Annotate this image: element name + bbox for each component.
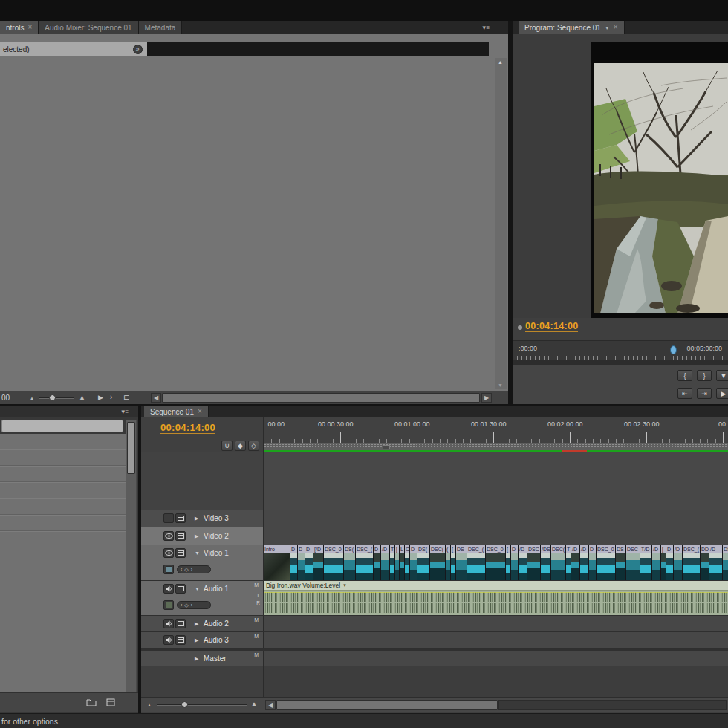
video-clip[interactable]: D (374, 545, 381, 580)
video-clip[interactable]: D (666, 545, 674, 580)
zoom-in-icon[interactable]: ▲ (79, 394, 85, 401)
scroll-up-icon[interactable]: ▲ (498, 59, 503, 65)
video-clip[interactable]: T (390, 545, 395, 580)
video-clip[interactable]: /D (571, 545, 580, 580)
video-clip[interactable]: DSC( (430, 545, 446, 580)
video-clip[interactable]: T (566, 545, 571, 580)
video-clip[interactable]: C (405, 545, 410, 580)
snap-icon[interactable]: ∪ (221, 441, 233, 451)
prev-keyframe-icon[interactable]: ‹ (181, 602, 182, 608)
video-clip[interactable]: DSC( (551, 545, 566, 580)
video-clip[interactable]: D (305, 545, 313, 580)
marker-button[interactable]: ▼ (716, 370, 728, 381)
goto-out-button[interactable]: ⇥ (697, 388, 712, 399)
zoom-slider-thumb[interactable] (49, 394, 56, 401)
twirl-icon[interactable]: ▶ (195, 621, 198, 627)
mini-timecode[interactable]: 00 (1, 394, 10, 402)
effect-controls-mini-ruler[interactable] (147, 42, 489, 56)
video-clip[interactable]: DSC (527, 545, 541, 580)
display-style-icon[interactable] (175, 513, 186, 523)
video-clip[interactable]: /DS (541, 545, 551, 580)
track-output-toggle[interactable] (163, 513, 174, 523)
unnumbered-marker-icon[interactable]: ◇ (248, 441, 259, 451)
play-icon[interactable]: ▶ (98, 394, 103, 401)
dropdown-icon[interactable]: ▼ (605, 25, 610, 30)
twirl-icon[interactable]: ▶ (195, 656, 198, 662)
video-clip[interactable]: D (298, 545, 305, 580)
zoom-slider[interactable] (157, 704, 247, 706)
program-timecode[interactable]: 00:04:14:00 (525, 321, 578, 332)
video-clip[interactable]: DS( (417, 545, 430, 580)
video-clip[interactable]: DSC_( (683, 545, 701, 580)
speaker-icon[interactable] (163, 619, 174, 628)
twirl-icon[interactable]: ▶ (195, 533, 198, 539)
waveform-style-icon[interactable] (163, 600, 174, 610)
twirl-icon[interactable]: ▶ (195, 516, 198, 521)
chapter-marker-icon[interactable]: ◆ (235, 441, 246, 451)
zoom-slider[interactable] (39, 397, 74, 399)
video-clip[interactable]: /D (709, 545, 723, 580)
new-bin-icon[interactable] (85, 697, 98, 708)
next-keyframe-icon[interactable]: › (191, 567, 192, 572)
display-style-icon[interactable] (175, 584, 186, 594)
video-clip[interactable]: DSC_( (356, 545, 374, 580)
scroll-down-icon[interactable]: ▼ (498, 383, 503, 388)
scroll-left-arrow[interactable]: ◀ (151, 393, 161, 403)
audio-clip[interactable]: Big Iron.wav Volume:Level ▾ (264, 581, 728, 615)
work-area-grip[interactable] (383, 445, 390, 449)
twirl-icon[interactable]: ▼ (195, 586, 200, 591)
playhead-marker[interactable] (670, 345, 677, 354)
vertical-scrollbar[interactable]: ▲ ▼ (495, 58, 507, 389)
display-style-icon[interactable] (175, 548, 186, 558)
panel-menu-icon[interactable]: ▼≡ (117, 407, 131, 416)
twirl-icon[interactable]: ▶ (195, 637, 198, 643)
video-clip[interactable]: D (589, 545, 597, 580)
step-icon[interactable]: › (110, 393, 112, 401)
timeline-ruler[interactable]: :00:00 00:00:30:00 00:01:00:00 00:01:30:… (264, 417, 728, 443)
video-clip[interactable]: [ (506, 545, 511, 580)
speaker-icon[interactable] (163, 635, 174, 645)
close-icon[interactable]: × (198, 408, 202, 415)
program-scroll-strip[interactable] (513, 360, 728, 365)
zoom-in-icon[interactable]: ▲ (250, 701, 258, 708)
horizontal-scrollbar-thumb[interactable] (276, 700, 498, 710)
video-clip[interactable]: /D (381, 545, 390, 580)
set-in-button[interactable]: { (677, 370, 692, 381)
video-clip[interactable]: /D (652, 545, 661, 580)
goto-in-button[interactable]: ⇤ (677, 388, 692, 399)
zoom-out-icon[interactable]: ▲ (30, 396, 34, 400)
scroll-left-arrow[interactable]: ◀ (265, 700, 276, 710)
video-clip[interactable]: ( (446, 545, 451, 580)
keyframe-nav[interactable]: ‹ ◇ › (177, 601, 211, 609)
tab-sequence[interactable]: Sequence 01 × (144, 406, 209, 417)
thumbnail-style-icon[interactable] (163, 565, 174, 574)
volume-rubber-band[interactable] (264, 592, 728, 593)
video-clip[interactable]: DSC (626, 545, 640, 580)
tab-program[interactable]: Program: Sequence 01 ▼ × (519, 21, 625, 34)
project-list[interactable] (0, 434, 126, 692)
video-clip[interactable]: DS( (344, 545, 356, 580)
video-clip[interactable]: DSC_0 (486, 545, 506, 580)
panel-menu-icon[interactable]: ▼≡ (478, 23, 492, 32)
tab-effect-controls[interactable]: ntrols × (0, 21, 39, 34)
video-clip[interactable]: [/D (313, 545, 324, 580)
work-area-bar[interactable] (264, 443, 728, 450)
video-clip[interactable]: DS (456, 545, 467, 580)
video-clip[interactable]: D (410, 545, 417, 580)
project-list-header[interactable] (1, 420, 123, 432)
vertical-scrollbar[interactable] (126, 420, 137, 692)
twirl-icon[interactable]: ▼ (195, 550, 200, 556)
display-style-icon[interactable] (175, 531, 186, 541)
show-timeline-view-icon[interactable]: » (133, 45, 143, 54)
keyframe-icon[interactable]: ◇ (184, 567, 188, 572)
speaker-icon[interactable] (163, 584, 174, 594)
volume-dropdown-icon[interactable]: ▾ (343, 582, 346, 588)
video-clip[interactable]: DSC (723, 545, 728, 580)
scroll-right-arrow[interactable]: ▶ (481, 393, 492, 403)
video-clip[interactable]: /D (580, 545, 589, 580)
video-clip[interactable]: [ (451, 545, 456, 580)
zoom-out-icon[interactable]: ▲ (147, 703, 152, 707)
video-clip[interactable]: /D (674, 545, 683, 580)
display-style-icon[interactable] (175, 619, 186, 628)
timeline-timecode[interactable]: 00:04:14:00 (160, 422, 215, 434)
